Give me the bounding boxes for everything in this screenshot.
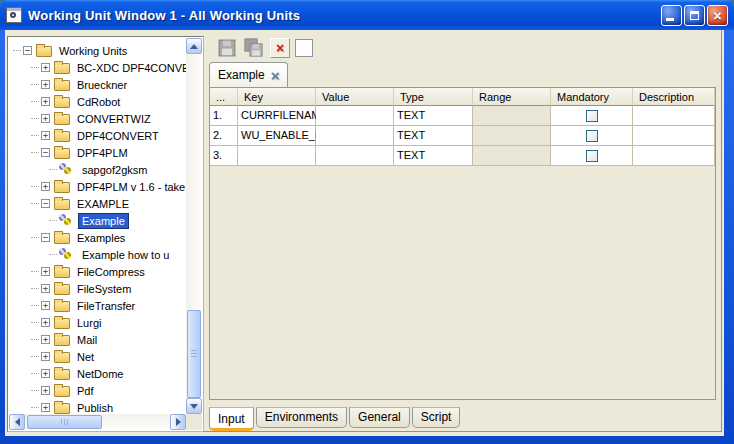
type-cell[interactable]: TEXT: [394, 106, 473, 126]
gear-yellow-icon: [64, 218, 71, 225]
scroll-right-button[interactable]: [170, 414, 186, 430]
tree-item[interactable]: −Examples: [9, 229, 186, 246]
description-cell[interactable]: [633, 126, 715, 146]
folder-icon: [54, 114, 70, 125]
key-cell[interactable]: [238, 146, 316, 166]
tree-item[interactable]: −DPF4PLM: [9, 144, 186, 161]
type-cell[interactable]: TEXT: [394, 146, 473, 166]
tree-item[interactable]: −Working Units: [9, 42, 186, 59]
tab-input[interactable]: Input: [209, 407, 254, 431]
value-cell[interactable]: [316, 126, 394, 146]
expand-icon[interactable]: +: [41, 182, 50, 191]
column-header: Key: [238, 88, 316, 106]
collapse-icon[interactable]: −: [41, 148, 50, 157]
tree-item-label: BC-XDC DPF4CONVER: [74, 61, 186, 75]
tree-item[interactable]: +FileCompress: [9, 263, 186, 280]
collapse-icon[interactable]: −: [23, 46, 32, 55]
tree-item[interactable]: +CdRobot: [9, 93, 186, 110]
tab-label: Example: [218, 68, 265, 82]
expand-icon[interactable]: +: [41, 386, 50, 395]
vertical-scroll-thumb[interactable]: [187, 310, 201, 398]
expand-icon[interactable]: +: [41, 63, 50, 72]
tree-viewport: −Working Units+BC-XDC DPF4CONVER+Brueckn…: [9, 38, 186, 414]
collapse-icon[interactable]: −: [41, 199, 50, 208]
expand-icon[interactable]: +: [41, 80, 50, 89]
tree-item[interactable]: +Brueckner: [9, 76, 186, 93]
folder-icon: [54, 284, 70, 295]
tree-item[interactable]: +BC-XDC DPF4CONVER: [9, 59, 186, 76]
tree-connector: [49, 254, 57, 255]
tree-item[interactable]: +NetDome: [9, 365, 186, 382]
save-all-button[interactable]: [243, 37, 265, 59]
tab-script[interactable]: Script: [412, 407, 461, 428]
tree-item[interactable]: +DPF4CONVERT: [9, 127, 186, 144]
tree-item-label: CdRobot: [74, 95, 123, 109]
tab-close-icon[interactable]: ×: [271, 68, 280, 83]
expand-icon[interactable]: +: [41, 97, 50, 106]
scroll-up-button[interactable]: [186, 38, 202, 54]
tab-general[interactable]: General: [349, 407, 410, 428]
description-cell[interactable]: [633, 106, 715, 126]
mandatory-checkbox[interactable]: [586, 110, 598, 122]
tree-item-label: Mail: [74, 333, 100, 347]
expand-icon[interactable]: +: [41, 335, 50, 344]
type-cell[interactable]: TEXT: [394, 126, 473, 146]
value-cell[interactable]: [316, 146, 394, 166]
collapse-icon[interactable]: −: [41, 233, 50, 242]
tree-item[interactable]: Example: [9, 212, 186, 229]
num-cell: 1.: [210, 106, 238, 126]
expand-icon[interactable]: +: [41, 352, 50, 361]
tree-connector: [31, 305, 39, 306]
key-cell[interactable]: CURRFILENAME: [238, 106, 316, 126]
expand-icon[interactable]: +: [41, 267, 50, 276]
folder-icon: [54, 386, 70, 397]
tree-item[interactable]: +Mail: [9, 331, 186, 348]
expand-icon[interactable]: +: [41, 131, 50, 140]
tree-item[interactable]: Example how to u: [9, 246, 186, 263]
maximize-button[interactable]: [684, 5, 705, 26]
expand-icon[interactable]: +: [41, 318, 50, 327]
tree-item[interactable]: +DPF4PLM v 1.6 - take: [9, 178, 186, 195]
delete-button[interactable]: ×: [270, 38, 290, 58]
mandatory-checkbox[interactable]: [586, 150, 598, 162]
tab-environments[interactable]: Environments: [256, 407, 347, 428]
tree-connector: [31, 67, 39, 68]
titlebar[interactable]: Working Unit Window 1 - All Working Unit…: [0, 0, 734, 30]
tree-item-label: Brueckner: [74, 78, 130, 92]
tree-connector: [49, 169, 57, 170]
tree-item[interactable]: +FileSystem: [9, 280, 186, 297]
save-button[interactable]: [216, 37, 238, 59]
tab-example[interactable]: Example ×: [209, 62, 288, 87]
value-cell[interactable]: [316, 106, 394, 126]
tree-item[interactable]: +Lurgi: [9, 314, 186, 331]
expand-icon[interactable]: +: [41, 369, 50, 378]
horizontal-scroll-thumb[interactable]: [27, 415, 102, 429]
tree-item[interactable]: +CONVERTWIZ: [9, 110, 186, 127]
tree-item[interactable]: +Pdf: [9, 382, 186, 399]
tree-item[interactable]: +Publish: [9, 399, 186, 414]
tree-item[interactable]: +Net: [9, 348, 186, 365]
tree-item-label: DPF4PLM v 1.6 - take: [74, 180, 186, 194]
tree-item[interactable]: −EXAMPLE: [9, 195, 186, 212]
expand-icon[interactable]: +: [41, 284, 50, 293]
client-area: −Working Units+BC-XDC DPF4CONVER+Brueckn…: [5, 30, 724, 436]
tree-item[interactable]: +FileTransfer: [9, 297, 186, 314]
tree-vertical-scrollbar[interactable]: [186, 38, 202, 414]
window-title: Working Unit Window 1 - All Working Unit…: [28, 8, 661, 23]
close-button[interactable]: ×: [707, 5, 728, 26]
expand-icon[interactable]: +: [41, 403, 50, 412]
key-cell[interactable]: WU_ENABLE_DEN: [238, 126, 316, 146]
description-cell[interactable]: [633, 146, 715, 166]
scroll-down-button[interactable]: [186, 398, 202, 414]
scroll-left-button[interactable]: [9, 414, 25, 430]
tree-horizontal-scrollbar[interactable]: [9, 414, 186, 430]
mandatory-checkbox[interactable]: [586, 130, 598, 142]
expand-icon[interactable]: +: [41, 114, 50, 123]
tree-item-label: FileTransfer: [74, 299, 138, 313]
tree-connector: [31, 101, 39, 102]
minimize-button[interactable]: [661, 5, 682, 26]
scrollbar-corner: [186, 414, 202, 430]
new-button[interactable]: [295, 39, 313, 57]
tree-item[interactable]: sapgof2gksm: [9, 161, 186, 178]
expand-icon[interactable]: +: [41, 301, 50, 310]
